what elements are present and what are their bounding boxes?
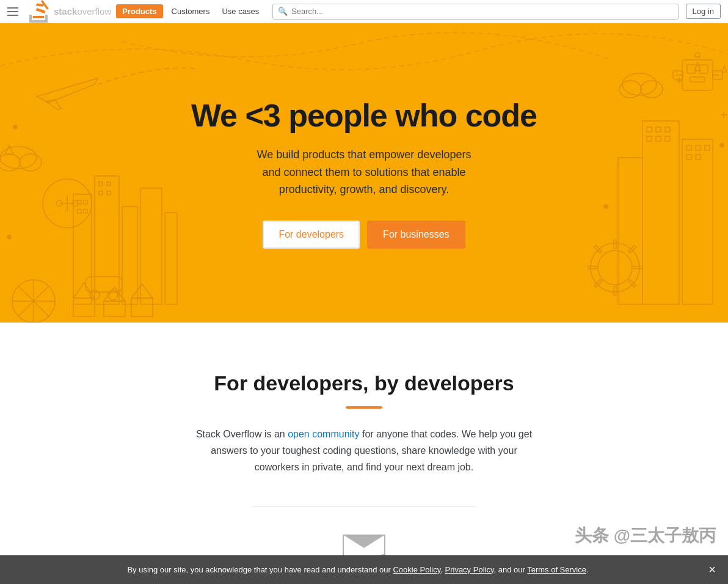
svg-point-35: [13, 125, 17, 129]
use-cases-nav-link[interactable]: Use cases: [216, 4, 265, 18]
cookie-close-button[interactable]: ×: [708, 563, 716, 575]
svg-rect-11: [99, 191, 103, 195]
section-body: Stack Overflow is an open community for …: [193, 426, 535, 476]
hero-title: We <3 people who code: [191, 97, 537, 134]
svg-rect-73: [614, 240, 616, 249]
section-divider: [346, 406, 382, 409]
svg-rect-74: [614, 287, 616, 295]
svg-rect-0: [73, 194, 92, 304]
svg-rect-67: [696, 145, 701, 150]
hero-content: We <3 people who code We build products …: [179, 60, 549, 285]
svg-rect-77: [594, 246, 602, 254]
hero-buttons: For developers For businesses: [191, 221, 537, 249]
section-title: For developers, by developers: [12, 371, 716, 395]
developers-section: For developers, by developers Stack Over…: [0, 323, 728, 584]
svg-point-34: [20, 154, 42, 171]
cookie-text: By using our site, you acknowledge that …: [127, 564, 588, 576]
svg-point-36: [7, 235, 11, 239]
logo-text: stackoverflow: [54, 6, 111, 16]
svg-point-81: [720, 144, 724, 147]
svg-rect-8: [84, 210, 87, 213]
svg-rect-80: [628, 280, 636, 288]
cookie-banner: By using our site, you acknowledge that …: [0, 555, 728, 585]
svg-rect-63: [647, 136, 652, 141]
cookie-policy-link[interactable]: Cookie Policy: [393, 565, 440, 574]
svg-rect-75: [588, 266, 596, 269]
products-nav-button[interactable]: Products: [116, 4, 162, 18]
logo-icon: [29, 0, 49, 23]
svg-rect-58: [682, 139, 713, 304]
privacy-policy-link[interactable]: Privacy Policy: [445, 565, 494, 574]
for-businesses-button[interactable]: For businesses: [367, 221, 465, 249]
svg-rect-78: [628, 246, 636, 254]
svg-rect-25: [131, 298, 153, 316]
svg-rect-69: [686, 155, 691, 159]
svg-rect-7: [78, 210, 81, 213]
svg-rect-59: [618, 158, 642, 304]
search-icon: 🔍: [278, 7, 288, 16]
svg-rect-60: [647, 127, 652, 132]
svg-rect-61: [656, 127, 661, 132]
for-developers-button[interactable]: For developers: [263, 221, 360, 249]
envelope-flap: [343, 535, 385, 548]
navbar: stackoverflow Products Customers Use cas…: [0, 0, 728, 23]
svg-rect-65: [665, 136, 670, 141]
search-input[interactable]: [291, 7, 672, 16]
search-bar[interactable]: 🔍: [272, 4, 678, 20]
site-logo[interactable]: stackoverflow: [29, 0, 111, 23]
hero-section: We <3 people who code We build products …: [0, 23, 728, 323]
svg-rect-79: [594, 280, 602, 288]
svg-rect-10: [107, 182, 111, 186]
svg-rect-9: [99, 182, 103, 186]
svg-rect-66: [686, 145, 691, 150]
customers-nav-link[interactable]: Customers: [166, 4, 216, 18]
open-community-link[interactable]: open community: [288, 429, 359, 439]
hero-subtitle: We build products that empower developer…: [191, 146, 537, 199]
logo-svg: [29, 0, 49, 23]
hamburger-menu[interactable]: [7, 3, 24, 20]
svg-point-82: [604, 205, 608, 208]
svg-rect-70: [696, 155, 701, 159]
svg-rect-62: [665, 127, 670, 132]
svg-rect-6: [84, 200, 87, 204]
svg-rect-76: [634, 266, 642, 269]
svg-rect-57: [642, 121, 679, 304]
login-button[interactable]: Log in: [686, 4, 721, 19]
terms-link[interactable]: Terms of Service: [527, 565, 586, 574]
svg-rect-64: [656, 136, 661, 141]
svg-point-72: [598, 250, 632, 285]
svg-rect-68: [705, 145, 710, 150]
svg-rect-4: [165, 213, 177, 304]
svg-marker-26: [131, 284, 153, 298]
svg-rect-2: [122, 206, 137, 304]
svg-point-33: [0, 154, 20, 171]
svg-rect-12: [107, 191, 111, 195]
